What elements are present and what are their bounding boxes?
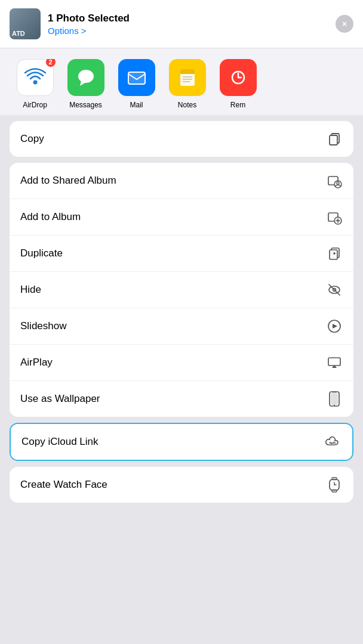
app-item-reminders[interactable]: Rem bbox=[213, 59, 263, 109]
messages-icon-wrap bbox=[67, 59, 104, 96]
add-shared-album-icon bbox=[326, 172, 343, 189]
apps-scroll: 2 AirDrop Messages bbox=[0, 59, 363, 109]
photo-thumbnail: ATD bbox=[10, 8, 41, 39]
header-info: 1 Photo Selected Options > bbox=[48, 12, 336, 35]
airdrop-label: AirDrop bbox=[23, 101, 47, 109]
use-as-wallpaper-label: Use as Wallpaper bbox=[20, 393, 100, 405]
slideshow-row[interactable]: Slideshow bbox=[10, 308, 353, 345]
create-watch-face-label: Create Watch Face bbox=[20, 479, 107, 491]
svg-rect-39 bbox=[332, 478, 337, 480]
notes-label: Notes bbox=[178, 101, 196, 109]
copy-row[interactable]: Copy bbox=[10, 121, 353, 157]
create-watch-face-row[interactable]: Create Watch Face bbox=[10, 467, 353, 503]
duplicate-label: Duplicate bbox=[20, 247, 63, 259]
use-as-wallpaper-row[interactable]: Use as Wallpaper bbox=[10, 381, 353, 417]
airdrop-icon-wrap: 2 bbox=[17, 59, 54, 96]
thumb-label: ATD bbox=[10, 27, 27, 39]
notes-icon-wrap bbox=[169, 59, 206, 96]
slideshow-label: Slideshow bbox=[20, 320, 67, 332]
copy-group: Copy bbox=[10, 121, 353, 157]
svg-rect-40 bbox=[332, 490, 337, 493]
airplay-icon bbox=[326, 354, 343, 371]
svg-rect-35 bbox=[331, 393, 338, 405]
options-link[interactable]: Options > bbox=[48, 26, 336, 36]
reminders-icon bbox=[220, 59, 257, 96]
hide-icon bbox=[326, 281, 343, 298]
reminders-label: Rem bbox=[230, 101, 245, 109]
actions-section: Copy Add to Shared Album A bbox=[0, 121, 363, 503]
duplicate-icon bbox=[326, 245, 343, 262]
svg-point-36 bbox=[334, 405, 335, 406]
messages-label: Messages bbox=[69, 101, 102, 109]
watch-icon bbox=[326, 476, 343, 493]
svg-point-0 bbox=[33, 80, 37, 85]
copy-icloud-link-row[interactable]: Copy iCloud Link bbox=[11, 424, 352, 460]
copy-icon bbox=[326, 131, 343, 147]
icloud-link-icon bbox=[325, 434, 342, 450]
add-album-row[interactable]: Add to Album bbox=[10, 199, 353, 236]
mail-icon bbox=[118, 59, 155, 96]
svg-marker-31 bbox=[333, 324, 337, 329]
close-button[interactable]: × bbox=[336, 15, 353, 33]
app-item-messages[interactable]: Messages bbox=[60, 59, 111, 109]
svg-rect-7 bbox=[180, 72, 195, 74]
svg-rect-32 bbox=[328, 358, 340, 366]
svg-rect-15 bbox=[330, 135, 337, 145]
hide-label: Hide bbox=[20, 284, 41, 296]
mail-icon-wrap bbox=[118, 59, 155, 96]
slideshow-icon bbox=[326, 318, 343, 335]
watch-face-group: Create Watch Face bbox=[10, 467, 353, 503]
svg-rect-24 bbox=[330, 250, 337, 259]
add-album-label: Add to Album bbox=[20, 211, 81, 223]
photo-selected-title: 1 Photo Selected bbox=[48, 12, 336, 25]
svg-rect-3 bbox=[128, 72, 145, 84]
apps-section: 2 AirDrop Messages bbox=[0, 48, 363, 115]
app-item-mail[interactable]: Mail bbox=[111, 59, 162, 109]
notes-icon bbox=[169, 59, 206, 96]
copy-icloud-link-label: Copy iCloud Link bbox=[21, 436, 99, 448]
messages-icon bbox=[67, 59, 104, 96]
svg-point-1 bbox=[78, 70, 94, 83]
airplay-label: AirPlay bbox=[20, 357, 53, 369]
icloud-link-group: Copy iCloud Link bbox=[10, 423, 353, 461]
add-shared-album-row[interactable]: Add to Shared Album bbox=[10, 163, 353, 199]
app-item-airdrop[interactable]: 2 AirDrop bbox=[10, 59, 60, 109]
wallpaper-icon bbox=[326, 391, 343, 407]
mail-label: Mail bbox=[130, 101, 143, 109]
add-shared-album-label: Add to Shared Album bbox=[20, 175, 116, 187]
duplicate-row[interactable]: Duplicate bbox=[10, 236, 353, 272]
airplay-row[interactable]: AirPlay bbox=[10, 345, 353, 381]
hide-row[interactable]: Hide bbox=[10, 272, 353, 308]
app-item-notes[interactable]: Notes bbox=[162, 59, 213, 109]
main-actions-group: Add to Shared Album Add to Album bbox=[10, 163, 353, 417]
copy-label: Copy bbox=[20, 133, 44, 145]
add-album-icon bbox=[326, 209, 343, 225]
reminders-icon-wrap bbox=[220, 59, 257, 96]
share-sheet-header: ATD 1 Photo Selected Options > × bbox=[0, 0, 363, 48]
